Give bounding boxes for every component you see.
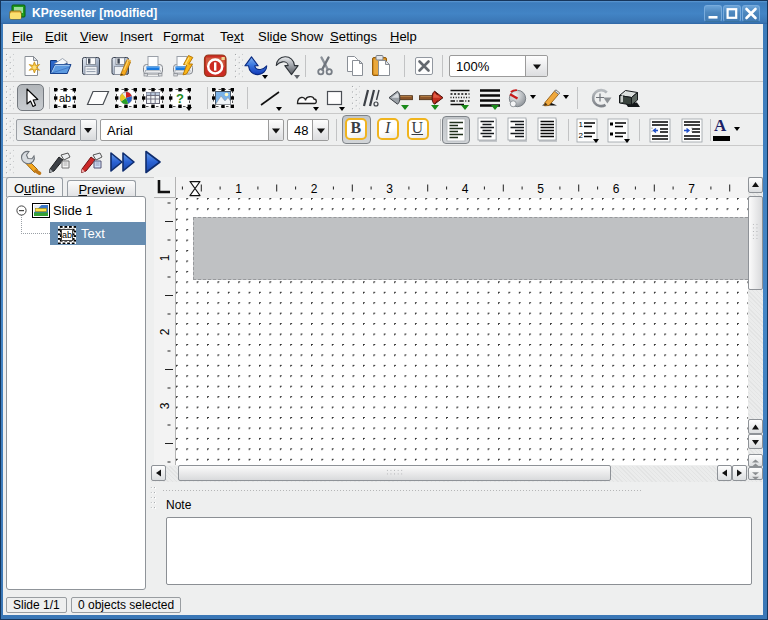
svg-text:1: 1	[579, 120, 584, 129]
svg-text:3: 3	[386, 182, 393, 196]
svg-text:2: 2	[158, 328, 172, 335]
svg-text:5: 5	[537, 182, 544, 196]
svg-text:2: 2	[311, 182, 318, 196]
svg-text:ab: ab	[59, 92, 71, 104]
svg-text:7: 7	[688, 182, 695, 196]
svg-text:3: 3	[158, 402, 172, 409]
svg-text:1: 1	[158, 254, 172, 261]
svg-text:?: ?	[176, 91, 184, 106]
svg-text:2: 2	[579, 131, 584, 140]
svg-text:1: 1	[235, 182, 242, 196]
svg-text:6: 6	[613, 182, 620, 196]
svg-text:4: 4	[462, 182, 469, 196]
